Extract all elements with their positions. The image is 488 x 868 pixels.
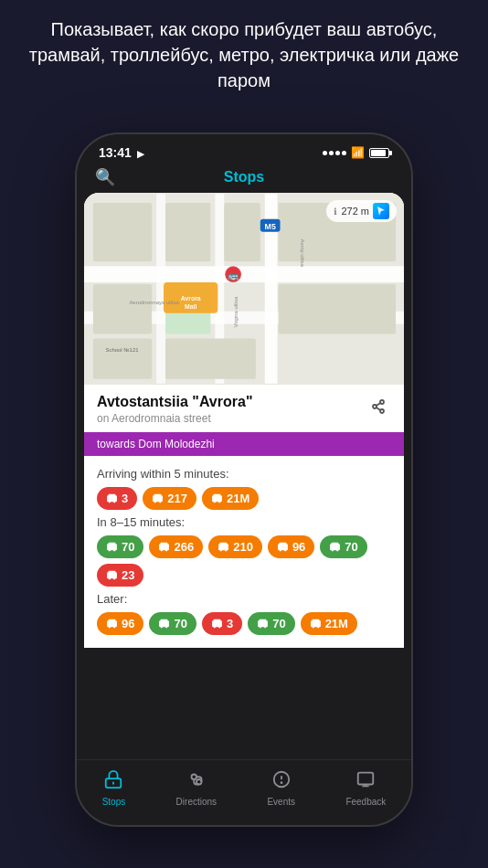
tab-events[interactable]: Events — [267, 769, 295, 807]
svg-rect-19 — [224, 203, 260, 261]
svg-rect-82 — [109, 619, 116, 622]
svg-text:🚌: 🚌 — [228, 270, 239, 281]
bus-badge-70[interactable]: 70 — [320, 535, 366, 558]
svg-rect-70 — [280, 543, 287, 545]
stop-street: on Aerodromnaia street — [97, 412, 252, 425]
wifi-icon: 📶 — [351, 146, 365, 159]
status-time: 13:41 ▶ — [99, 145, 144, 160]
tab-events-icon — [271, 769, 292, 794]
svg-point-56 — [218, 501, 220, 503]
svg-rect-46 — [109, 494, 116, 497]
bus-badge-70[interactable]: 70 — [248, 612, 294, 635]
phone-frame: 13:41 ▶ 📶 🔍 Stops — [75, 132, 413, 827]
bus-icon — [277, 541, 289, 553]
bus-number: 96 — [122, 617, 134, 630]
nav-title: Stops — [224, 169, 264, 185]
svg-line-44 — [377, 408, 380, 410]
location-icon: ▶ — [137, 149, 144, 159]
svg-point-63 — [161, 549, 163, 551]
svg-point-79 — [109, 577, 111, 579]
svg-point-76 — [336, 549, 338, 551]
svg-point-96 — [264, 626, 266, 628]
bus-badge-70[interactable]: 70 — [97, 535, 143, 558]
share-button[interactable] — [366, 394, 391, 424]
phone-screen: 13:41 ▶ 📶 🔍 Stops — [77, 134, 411, 825]
svg-point-47 — [109, 501, 111, 503]
bus-number: 3 — [122, 492, 128, 505]
bus-badge-96[interactable]: 96 — [268, 535, 314, 558]
bus-icon — [217, 541, 229, 553]
svg-point-41 — [380, 400, 384, 404]
bus-badge-21M[interactable]: 21M — [202, 487, 259, 510]
signal-dot-2 — [329, 151, 334, 155]
direction-banner: towards Dom Molodezhi — [84, 432, 404, 456]
stop-details: Avtostantsiia "Avrora" on Aerodromnaia s… — [97, 394, 252, 425]
svg-point-52 — [159, 501, 161, 503]
bus-number: 23 — [122, 568, 134, 582]
bus-icon — [106, 618, 118, 630]
tab-feedback-icon — [355, 769, 376, 794]
bus-number: 266 — [174, 540, 194, 554]
svg-rect-90 — [214, 619, 221, 622]
svg-point-64 — [166, 549, 168, 551]
stop-info: Avtostantsiia "Avrora" on Aerodromnaia s… — [84, 385, 404, 432]
search-icon[interactable]: 🔍 — [95, 167, 115, 187]
map-area[interactable]: Avrora Mall M5 🚌 School №121 Virgina uli… — [84, 193, 404, 385]
svg-rect-24 — [93, 338, 152, 378]
svg-rect-98 — [312, 619, 319, 622]
arrivals-section: Arriving within 5 minutes: 321721M In 8–… — [84, 456, 404, 648]
svg-marker-39 — [377, 206, 385, 216]
hero-text: Показывает, как скоро прибудет ваш автоб… — [0, 16, 488, 93]
bus-badge-217[interactable]: 217 — [143, 487, 196, 510]
bus-badge-96[interactable]: 96 — [97, 612, 143, 635]
bus-icon — [211, 618, 223, 630]
bus-icon — [329, 541, 341, 553]
svg-rect-23 — [279, 284, 397, 333]
svg-point-99 — [312, 626, 313, 628]
svg-rect-94 — [260, 619, 267, 622]
svg-text:🚇: 🚇 — [420, 812, 471, 860]
bus-badge-3[interactable]: 3 — [202, 612, 242, 635]
bus-number: 21M — [325, 617, 348, 630]
svg-text:Avrora: Avrora — [181, 295, 201, 302]
svg-rect-25 — [165, 338, 256, 378]
nav-bar: 🔍 Stops — [77, 165, 411, 193]
bus-badge-3[interactable]: 3 — [97, 487, 137, 510]
svg-point-83 — [109, 626, 111, 628]
svg-point-100 — [317, 626, 319, 628]
svg-rect-18 — [165, 203, 210, 261]
tab-feedback[interactable]: Feedback — [345, 769, 386, 807]
svg-text:Mall: Mall — [185, 303, 197, 310]
bus-number: 210 — [233, 540, 253, 554]
svg-point-71 — [280, 549, 281, 551]
tab-feedback-label: Feedback — [345, 797, 386, 807]
bus-number: 70 — [345, 540, 357, 554]
bus-number: 3 — [227, 617, 233, 630]
svg-point-88 — [166, 626, 168, 628]
svg-point-91 — [214, 626, 216, 628]
tab-directions[interactable]: Directions — [176, 769, 217, 807]
bus-icon — [310, 618, 322, 630]
svg-rect-20 — [93, 284, 152, 333]
bus-badge-23[interactable]: 23 — [97, 564, 143, 587]
bus-number: 217 — [167, 492, 187, 505]
status-icons: 📶 — [323, 146, 389, 159]
info-icon: ℹ — [334, 206, 337, 217]
svg-rect-12 — [84, 266, 404, 282]
map-logo — [373, 203, 389, 219]
bus-badge-70[interactable]: 70 — [149, 612, 196, 635]
tab-events-label: Events — [267, 797, 295, 807]
tab-stops[interactable]: Stops — [102, 769, 126, 807]
svg-text:M5: M5 — [265, 222, 276, 231]
svg-text:🚃: 🚃 — [0, 752, 58, 807]
bus-badge-210[interactable]: 210 — [208, 535, 262, 558]
bus-icon — [158, 541, 170, 553]
bus-badge-21M[interactable]: 21M — [301, 612, 357, 635]
bus-badge-266[interactable]: 266 — [149, 535, 203, 558]
status-bar: 13:41 ▶ 📶 — [77, 134, 411, 165]
map-distance-badge: ℹ 272 m — [326, 200, 397, 222]
later-arrivals-row: 967037021M — [97, 612, 391, 635]
soon-arrivals-label: Arriving within 5 minutes: — [97, 467, 391, 481]
svg-point-87 — [161, 626, 163, 628]
stop-name: Avtostantsiia "Avrora" — [97, 394, 252, 410]
